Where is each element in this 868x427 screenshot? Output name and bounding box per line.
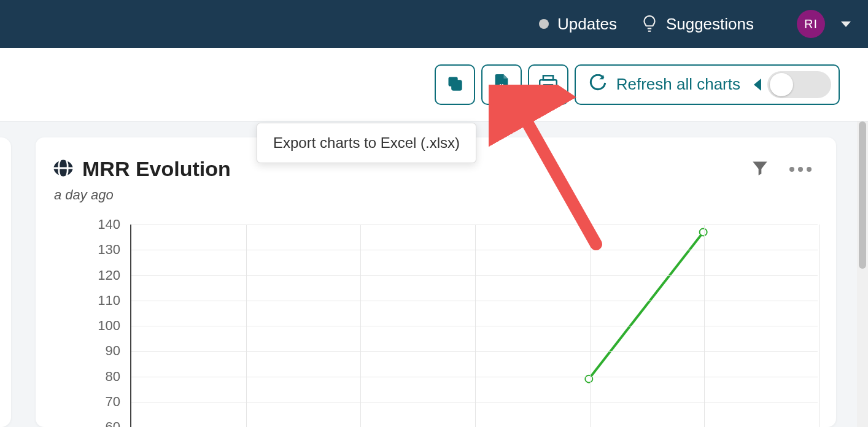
chart-plot-area: 60708090100110120130140: [53, 218, 818, 427]
print-icon: [539, 75, 557, 94]
suggestions-label: Suggestions: [666, 15, 754, 34]
adjacent-card-edge: [0, 137, 11, 427]
gridline: [131, 225, 818, 225]
content-area: MRR Evolution a day ago 60708090100: [0, 121, 868, 427]
suggestions-button[interactable]: Suggestions: [641, 15, 754, 34]
gridline-vertical: [704, 225, 705, 427]
globe-icon: [53, 158, 74, 181]
gridline: [131, 377, 818, 377]
chart-title: MRR Evolution: [82, 157, 231, 181]
y-axis-tick: 70: [53, 394, 120, 410]
card-header: MRR Evolution a day ago: [53, 157, 812, 203]
chevron-down-icon: [841, 21, 851, 27]
gridline-vertical: [475, 225, 476, 427]
status-dot-icon: [539, 19, 549, 29]
tooltip-text: Export charts to Excel (.xlsx): [273, 134, 460, 151]
gridline-vertical: [590, 225, 591, 427]
y-axis-tick: 100: [53, 318, 120, 334]
gridline: [131, 351, 818, 352]
gridline: [131, 326, 818, 326]
avatar-initials: RI: [804, 17, 818, 31]
more-options-button[interactable]: [789, 167, 812, 172]
svg-point-9: [700, 228, 707, 236]
y-axis-tick: 120: [53, 267, 120, 283]
user-menu[interactable]: RI: [797, 10, 851, 38]
svg-rect-4: [452, 80, 461, 90]
plot: [130, 225, 818, 427]
updates-button[interactable]: Updates: [539, 15, 617, 34]
y-axis-tick: 110: [53, 293, 120, 309]
print-button[interactable]: [528, 64, 568, 105]
updates-label: Updates: [557, 15, 617, 34]
avatar: RI: [797, 10, 825, 38]
y-axis-tick: 130: [53, 242, 120, 258]
y-axis-tick: 80: [53, 369, 120, 385]
gridline-vertical: [246, 225, 247, 427]
svg-text:x: x: [499, 82, 503, 89]
toolbar: x Refresh all charts: [0, 48, 868, 121]
y-axis-tick: 60: [53, 419, 120, 427]
auto-refresh-toggle[interactable]: [767, 71, 831, 98]
chart-subtitle: a day ago: [53, 187, 231, 203]
export-excel-tooltip: Export charts to Excel (.xlsx): [257, 123, 476, 163]
gridline: [131, 402, 818, 402]
file-excel-icon: x: [494, 74, 510, 94]
chart-card: MRR Evolution a day ago 60708090100: [36, 137, 836, 427]
svg-rect-7: [544, 85, 552, 91]
gridline: [131, 301, 818, 301]
refresh-label: Refresh all charts: [616, 75, 740, 94]
export-excel-button[interactable]: x: [481, 64, 522, 105]
scrollbar-thumb[interactable]: [859, 121, 866, 269]
copy-button[interactable]: [435, 64, 475, 105]
chevron-left-icon: [754, 79, 761, 91]
refresh-icon: [589, 74, 606, 95]
filter-icon[interactable]: [751, 160, 769, 179]
refresh-all-charts-button[interactable]: Refresh all charts: [575, 64, 840, 105]
scrollbar[interactable]: [857, 121, 868, 427]
lightbulb-icon: [641, 15, 657, 33]
toggle-knob: [770, 73, 793, 96]
top-bar: Updates Suggestions RI: [0, 0, 868, 48]
gridline: [131, 275, 818, 276]
auto-refresh-toggle-wrap: [750, 71, 839, 98]
gridline-vertical: [360, 225, 361, 427]
y-axis-tick: 90: [53, 343, 120, 359]
y-axis-tick: 140: [53, 217, 120, 233]
copy-icon: [446, 75, 463, 94]
gridline-vertical: [819, 225, 820, 427]
gridline: [131, 250, 818, 250]
